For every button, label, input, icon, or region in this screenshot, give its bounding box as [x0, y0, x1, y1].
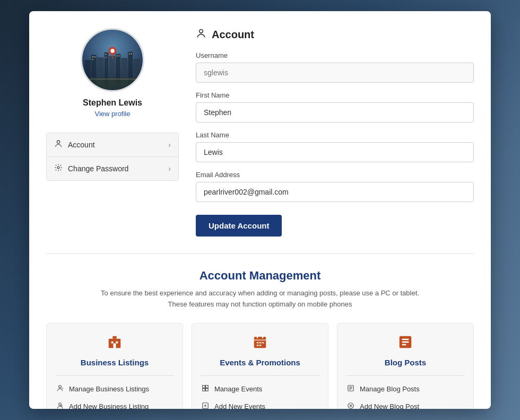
- nav-item-change-password[interactable]: Change Password ›: [47, 157, 178, 180]
- lastname-label: Last Name: [196, 131, 474, 139]
- firstname-input[interactable]: [196, 102, 474, 122]
- add-blog-icon: [346, 402, 356, 409]
- manage-blog-link[interactable]: Manage Blog Posts: [346, 382, 465, 396]
- svg-rect-30: [116, 341, 118, 343]
- business-listings-card: Business Listings Manage Business Listin…: [46, 323, 183, 409]
- username-group: Username: [196, 51, 474, 83]
- nav-item-account[interactable]: Account ›: [47, 133, 178, 157]
- blog-card-title: Blog Posts: [346, 358, 465, 367]
- svg-rect-48: [203, 388, 205, 391]
- svg-point-26: [200, 30, 203, 33]
- management-section: Account Management To ensure the best ex…: [46, 254, 474, 409]
- nav-account-label: Account: [68, 141, 95, 149]
- top-section: Stephen Lewis View profile Account ›: [46, 28, 474, 254]
- update-account-button[interactable]: Update Account: [196, 215, 282, 237]
- account-header-icon: [196, 28, 206, 41]
- svg-point-24: [57, 141, 59, 143]
- svg-rect-31: [114, 343, 116, 348]
- gear-icon: [54, 163, 63, 174]
- manage-blog-icon: [346, 384, 356, 393]
- svg-rect-9: [133, 59, 140, 85]
- avatar: [81, 28, 144, 92]
- svg-rect-10: [92, 56, 93, 57]
- manage-events-link[interactable]: Manage Events: [201, 382, 319, 396]
- svg-point-25: [57, 167, 59, 169]
- email-group: Email Address: [196, 171, 474, 202]
- lastname-input[interactable]: [196, 142, 474, 162]
- svg-rect-18: [131, 54, 132, 55]
- lastname-group: Last Name: [196, 131, 474, 162]
- add-business-link[interactable]: Add New Business Listing: [55, 400, 174, 409]
- username-label: Username: [196, 51, 474, 59]
- svg-rect-14: [106, 57, 107, 58]
- svg-rect-15: [117, 55, 118, 56]
- svg-point-32: [59, 385, 62, 388]
- business-icon: [55, 334, 174, 354]
- nav-password-label: Change Password: [68, 164, 128, 173]
- business-card-title: Business Listings: [55, 358, 174, 367]
- svg-rect-38: [254, 339, 266, 341]
- account-chevron-icon: ›: [168, 141, 171, 149]
- svg-rect-12: [92, 59, 93, 60]
- mgmt-description: To ensure the best experience and accura…: [46, 288, 474, 310]
- username-input[interactable]: [196, 63, 474, 83]
- svg-point-34: [59, 402, 62, 405]
- cards-row: Business Listings Manage Business Listin…: [46, 323, 474, 409]
- add-events-link[interactable]: Add New Events: [201, 400, 319, 409]
- firstname-group: First Name: [196, 91, 474, 122]
- manage-events-icon: [201, 384, 210, 393]
- svg-rect-42: [259, 342, 262, 344]
- svg-rect-44: [257, 345, 259, 346]
- form-header: Account: [196, 28, 474, 41]
- svg-rect-46: [203, 385, 205, 388]
- left-panel: Stephen Lewis View profile Account ›: [46, 28, 179, 237]
- svg-rect-47: [206, 385, 209, 388]
- password-chevron-icon: ›: [168, 164, 171, 173]
- email-input[interactable]: [196, 182, 474, 202]
- svg-rect-1: [85, 60, 91, 85]
- nav-menu: Account › Change Password ›: [46, 133, 179, 181]
- form-section-title: Account: [212, 29, 254, 41]
- svg-rect-20: [82, 78, 143, 80]
- add-events-icon: [201, 402, 210, 409]
- svg-rect-45: [259, 345, 262, 346]
- svg-rect-49: [206, 388, 209, 391]
- svg-rect-13: [106, 54, 107, 55]
- mgmt-title: Account Management: [46, 269, 474, 283]
- svg-rect-41: [257, 342, 259, 344]
- user-name: Stephen Lewis: [83, 98, 142, 108]
- events-icon: [201, 334, 319, 354]
- events-promotions-card: Events & Promotions Manage Events: [192, 323, 328, 409]
- blog-posts-card: Blog Posts Manage Blog Posts: [337, 323, 474, 409]
- blog-icon: [346, 334, 465, 354]
- form-panel: Account Username First Name Last Name Em…: [196, 28, 474, 237]
- events-card-title: Events & Promotions: [201, 358, 319, 367]
- firstname-label: First Name: [196, 91, 474, 99]
- email-label: Email Address: [196, 171, 474, 179]
- svg-rect-28: [112, 336, 117, 338]
- person-icon: [54, 139, 63, 150]
- view-profile-link[interactable]: View profile: [95, 110, 131, 118]
- svg-rect-16: [118, 55, 119, 56]
- account-modal: Stephen Lewis View profile Account ›: [29, 11, 491, 409]
- svg-rect-11: [94, 56, 96, 57]
- svg-rect-17: [129, 54, 130, 55]
- manage-business-icon: [55, 384, 65, 393]
- svg-rect-29: [111, 341, 114, 343]
- svg-point-22: [110, 49, 115, 53]
- add-business-icon: [55, 402, 65, 409]
- svg-rect-43: [262, 342, 264, 344]
- manage-business-link[interactable]: Manage Business Listings: [55, 382, 174, 396]
- add-blog-link[interactable]: Add New Blog Post: [346, 400, 465, 409]
